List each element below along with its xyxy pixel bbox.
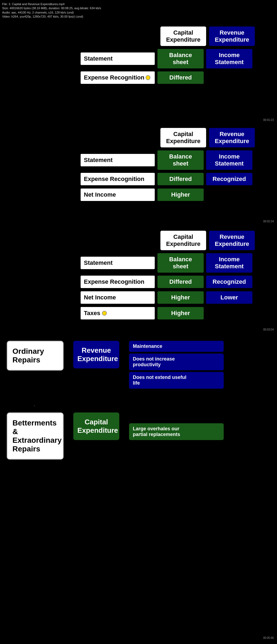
dot-indicator-3 (102, 311, 107, 316)
timestamp-1: 00:01:23 (263, 118, 274, 121)
label-taxes-3: Taxes (80, 306, 156, 320)
detail-maintenance: Maintenance (129, 341, 224, 352)
capital-header-2: Capital Expenditure (160, 127, 207, 148)
label-expense-2: Expense Recognition (80, 172, 156, 186)
diagram-3: Capital Expenditure Revenue Expenditure … (80, 230, 256, 322)
rev-statement-2: Income Statement (206, 150, 253, 170)
detail-large-overhales: Large overhales our partial replacements (129, 423, 224, 440)
ordinary-details: Maintenance Does not increase productivi… (129, 341, 224, 389)
section-3: Capital Expenditure Revenue Expenditure … (0, 227, 277, 333)
section-2: Capital Expenditure Revenue Expenditure … (0, 124, 277, 224)
cap-taxes-3: Higher (157, 306, 204, 320)
betterments-details: Large overhales our partial replacements (129, 423, 224, 440)
revenue-header-2: Revenue Expenditure (208, 127, 256, 148)
betterments-row: Betterments & Extraordinary Repairs Capi… (7, 412, 224, 460)
cap-netincome-2: Higher (157, 188, 204, 202)
label-statement-1: Statement (80, 52, 156, 66)
label-netincome-2: Net Income (80, 188, 156, 202)
cap-statement-3: Balance sheet (157, 253, 204, 273)
label-expense-1: Expense Recognition (80, 71, 156, 85)
ordinary-expenditure-btn: Revenue Expenditure (73, 341, 119, 368)
label-netincome-3: Net Income (80, 290, 156, 305)
rev-statement-1: Income Statement (206, 48, 253, 69)
cap-statement-1: Balance sheet (157, 48, 204, 69)
rev-expense-3: Recognized (206, 275, 253, 289)
section-4: Ordinary Repairs Revenue Expenditure Mai… (0, 335, 277, 641)
dot-indicator-1 (146, 75, 150, 80)
diagram-1: Capital Expenditure Revenue Expenditure … (80, 26, 256, 86)
capital-header-1: Capital Expenditure (160, 26, 207, 47)
cap-netincome-3: Higher (157, 291, 204, 304)
cap-expense-3: Differed (157, 275, 204, 289)
timestamp-3: 00:03:04 (263, 328, 274, 331)
ordinary-repairs-label: Ordinary Repairs (7, 341, 64, 371)
repairs-diagram: Ordinary Repairs Revenue Expenditure Mai… (7, 341, 224, 465)
revenue-header-3: Revenue Expenditure (208, 230, 256, 251)
cap-expense-1: Differed (157, 71, 204, 84)
label-expense-3: Expense Recognition (80, 275, 156, 289)
detail-no-productivity: Does not increase productivity (129, 354, 224, 370)
revenue-header-1: Revenue Expenditure (208, 26, 256, 47)
label-statement-2: Statement (80, 153, 156, 167)
cap-statement-2: Balance sheet (157, 150, 204, 170)
rev-expense-2: Recognized (206, 172, 253, 186)
betterments-expenditure-btn: Capital Expenditure (73, 412, 119, 440)
detail-no-extend-life: Does not extend useful life (129, 372, 224, 389)
rev-netincome-3: Lower (206, 291, 253, 304)
diagram-2: Capital Expenditure Revenue Expenditure … (80, 127, 256, 203)
betterments-label: Betterments & Extraordinary Repairs (7, 412, 64, 460)
ordinary-repairs-row: Ordinary Repairs Revenue Expenditure Mai… (7, 341, 224, 389)
label-statement-3: Statement (80, 256, 156, 270)
section-1: Capital Expenditure Revenue Expenditure … (0, 23, 277, 123)
timestamp-4: 00:05:46 (263, 636, 274, 639)
rev-statement-3: Income Statement (206, 253, 253, 273)
cap-expense-2: Differed (157, 172, 204, 186)
capital-header-3: Capital Expenditure (160, 230, 207, 251)
timestamp-2: 00:02:34 (263, 220, 274, 223)
dot-separator-4: . (34, 402, 224, 407)
file-info: File: 3. Capital and Revenue Expenditure… (2, 2, 101, 19)
